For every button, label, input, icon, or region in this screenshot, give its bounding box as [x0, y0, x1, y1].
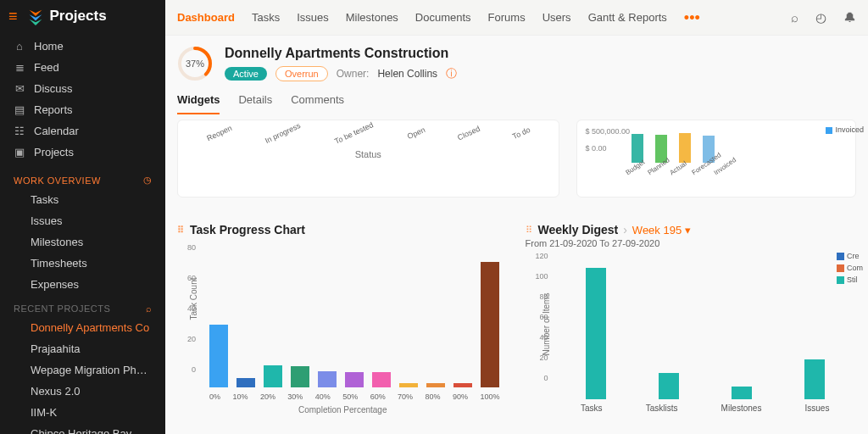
sidebar-item-projects[interactable]: ▣Projects — [0, 142, 165, 163]
owner-name: Helen Collins — [377, 68, 437, 80]
sidebar-item-reports[interactable]: ▤Reports — [0, 99, 165, 120]
feed-icon: ≣ — [14, 61, 25, 74]
nav-tab-gantt-reports[interactable]: Gantt & Reports — [588, 11, 667, 24]
status-chart-card: ReopenIn progressTo be testedOpenClosedT… — [177, 120, 559, 198]
work-overview-section: WORK OVERVIEW ◷ — [0, 166, 165, 189]
nav-tab-tasks[interactable]: Tasks — [252, 11, 280, 24]
project-title: Donnelly Apartments Construction — [225, 46, 457, 61]
reports-icon: ▤ — [14, 103, 25, 116]
project-header: 37% Donnelly Apartments Construction Act… — [165, 36, 868, 81]
recent-project-item[interactable]: Chipco Heritage Bay — [0, 423, 165, 434]
calendar-icon: ☷ — [14, 125, 25, 137]
status-pill-active[interactable]: Active — [225, 67, 267, 81]
wd-bar[interactable] — [586, 268, 606, 399]
nav-tab-forums[interactable]: Forums — [488, 11, 526, 24]
status-xlabel: Status — [190, 149, 547, 159]
sidebar-item-milestones[interactable]: Milestones — [0, 231, 165, 253]
sidebar-item-tasks[interactable]: Tasks — [0, 189, 165, 210]
discuss-icon: ✉ — [14, 82, 25, 95]
sidebar-item-home[interactable]: ⌂Home — [0, 36, 165, 57]
nav-tab-issues[interactable]: Issues — [297, 11, 329, 24]
recent-project-item[interactable]: Donnelly Apartments Co — [0, 317, 165, 338]
subtab-details[interactable]: Details — [238, 93, 272, 114]
wd-bar[interactable] — [732, 387, 752, 399]
weekly-digest-panel: ⠿ Weekly Digest › Week 195 ▾ From 21-09-… — [526, 223, 857, 413]
drag-icon[interactable]: ⠿ — [177, 225, 185, 236]
owner-label: Owner: — [337, 68, 370, 80]
home-icon: ⌂ — [14, 40, 25, 53]
logo[interactable]: Projects — [26, 7, 107, 25]
subtab-widgets[interactable]: Widgets — [177, 93, 220, 114]
timer-icon[interactable]: ◴ — [815, 10, 826, 25]
task-progress-panel: ⠿Task Progress Chart Task Count 80604020… — [177, 223, 509, 413]
nav-tab-documents[interactable]: Documents — [415, 11, 471, 24]
bell-icon[interactable]: 🔔︎ — [843, 10, 856, 25]
recent-projects-section: RECENT PROJECTS ⌕ — [0, 295, 165, 317]
wd-bar[interactable] — [804, 359, 825, 399]
tpc-bar[interactable] — [291, 366, 309, 387]
sidebar-item-calendar[interactable]: ☷Calendar — [0, 120, 165, 142]
wd-bar[interactable] — [659, 373, 679, 399]
sidebar-item-timesheets[interactable]: Timesheets — [0, 253, 165, 274]
logo-icon — [26, 7, 45, 25]
sidebar-item-feed[interactable]: ≣Feed — [0, 57, 165, 78]
hamburger-icon[interactable]: ≡ — [8, 8, 18, 25]
tpc-bar[interactable] — [209, 325, 228, 387]
search-icon[interactable]: ⌕ — [146, 303, 153, 314]
tpc-bar[interactable] — [372, 372, 391, 387]
info-icon[interactable]: ⓘ — [446, 66, 457, 81]
sidebar: ≡ Projects ⌂Home≣Feed✉Discuss▤Reports☷Ca… — [0, 0, 165, 434]
app-name: Projects — [50, 8, 107, 25]
tpc-bar[interactable] — [426, 383, 445, 387]
sidebar-item-issues[interactable]: Issues — [0, 210, 165, 231]
content-tabs: WidgetsDetailsComments — [165, 81, 868, 114]
nav-tab-dashboard[interactable]: Dashboard — [177, 11, 235, 24]
recent-project-item[interactable]: Nexus 2.0 — [0, 381, 165, 402]
tpc-bar[interactable] — [399, 383, 418, 387]
more-icon[interactable]: ••• — [684, 10, 700, 25]
progress-ring: 37% — [177, 46, 213, 81]
tpc-bar[interactable] — [236, 378, 255, 387]
week-selector[interactable]: Week 195 ▾ — [632, 224, 691, 236]
budget-legend: Invoiced — [826, 125, 864, 134]
chevron-right-icon: › — [623, 223, 627, 236]
drag-icon[interactable]: ⠿ — [526, 225, 533, 236]
recent-project-item[interactable]: IIM-K — [0, 402, 165, 423]
nav-tab-milestones[interactable]: Milestones — [346, 11, 398, 24]
tpc-bar[interactable] — [481, 262, 499, 387]
recent-project-item[interactable]: Prajaahita — [0, 338, 165, 359]
search-icon[interactable]: ⌕ — [791, 10, 798, 25]
budget-chart-card: $ 500,000.00 $ 0.00 BudgetPlannedActualF… — [576, 120, 856, 198]
tpc-bar[interactable] — [453, 383, 472, 387]
recent-project-item[interactable]: Wepage Migration Phase — [0, 359, 165, 381]
projects-icon: ▣ — [14, 146, 25, 159]
progress-percent: 37% — [177, 46, 213, 81]
tpc-bar[interactable] — [318, 371, 337, 387]
status-pill-overrun[interactable]: Overrun — [275, 66, 328, 81]
sidebar-item-discuss[interactable]: ✉Discuss — [0, 78, 165, 99]
tpc-bar[interactable] — [264, 365, 282, 387]
nav-tab-users[interactable]: Users — [542, 11, 571, 24]
tpc-bar[interactable] — [345, 372, 364, 387]
sidebar-item-expenses[interactable]: Expenses — [0, 274, 165, 295]
clock-icon: ◷ — [143, 175, 153, 186]
subtab-comments[interactable]: Comments — [291, 93, 344, 114]
week-range: From 21-09-2020 To 27-09-2020 — [526, 238, 857, 248]
top-nav: DashboardTasksIssuesMilestonesDocumentsF… — [165, 0, 868, 36]
